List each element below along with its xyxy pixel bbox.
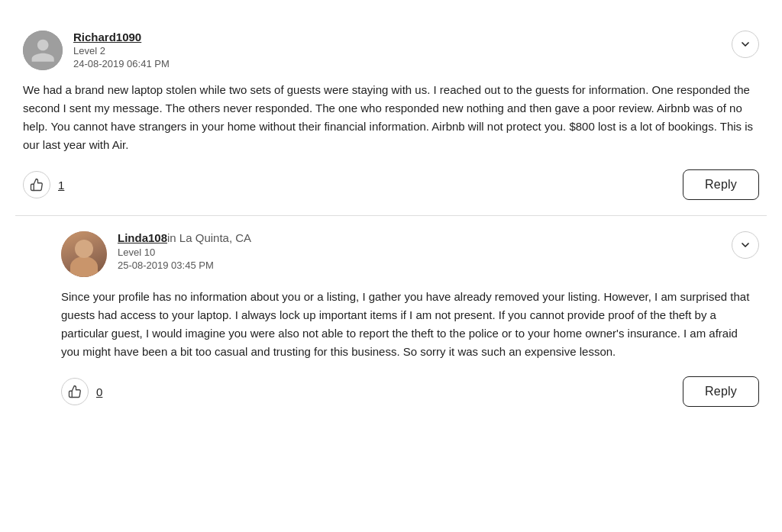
post-2-header-left: Linda108in La Quinta, CA Level 10 25-08-… bbox=[61, 231, 251, 277]
post-1-body: We had a brand new laptop stolen while t… bbox=[23, 81, 759, 154]
post-2-date: 25-08-2019 03:45 PM bbox=[118, 260, 251, 271]
post-2-header: Linda108in La Quinta, CA Level 10 25-08-… bbox=[61, 231, 759, 277]
post-2-level: Level 10 bbox=[118, 247, 251, 258]
post-2-avatar bbox=[61, 231, 107, 277]
post-1-header: Richard1090 Level 2 24-08-2019 06:41 PM bbox=[23, 31, 759, 70]
chevron-down-icon bbox=[739, 38, 751, 50]
post-2-body: Since your profile has no information ab… bbox=[61, 288, 759, 361]
post-2-like-button[interactable] bbox=[61, 378, 89, 405]
thumbs-up-icon-2 bbox=[68, 385, 82, 398]
post-1: Richard1090 Level 2 24-08-2019 06:41 PM … bbox=[15, 15, 767, 216]
post-2-footer: 0 Reply bbox=[61, 376, 759, 407]
avatar-placeholder-icon bbox=[23, 31, 63, 70]
post-2-like-section: 0 bbox=[61, 378, 102, 405]
thumbs-up-icon bbox=[30, 178, 44, 192]
post-2-username[interactable]: Linda108 bbox=[118, 231, 167, 244]
post-2-like-count[interactable]: 0 bbox=[96, 385, 102, 398]
post-1-level: Level 2 bbox=[73, 45, 170, 56]
post-2-location: in La Quinta, CA bbox=[167, 231, 251, 244]
post-1-date: 24-08-2019 06:41 PM bbox=[73, 58, 170, 69]
post-2: Linda108in La Quinta, CA Level 10 25-08-… bbox=[15, 216, 767, 422]
post-1-like-count[interactable]: 1 bbox=[58, 179, 64, 192]
post-1-user-info: Richard1090 Level 2 24-08-2019 06:41 PM bbox=[73, 31, 170, 69]
post-1-like-section: 1 bbox=[23, 171, 64, 198]
post-2-user-info: Linda108in La Quinta, CA Level 10 25-08-… bbox=[118, 231, 251, 271]
user-icon bbox=[29, 37, 57, 64]
post-1-collapse-button[interactable] bbox=[732, 31, 759, 58]
post-1-reply-button[interactable]: Reply bbox=[683, 169, 759, 200]
post-1-avatar bbox=[23, 31, 63, 70]
post-1-footer: 1 Reply bbox=[23, 169, 759, 200]
avatar-reply-image bbox=[61, 231, 107, 277]
chevron-down-icon-2 bbox=[739, 239, 751, 251]
post-2-reply-button[interactable]: Reply bbox=[683, 376, 759, 407]
post-2-collapse-button[interactable] bbox=[732, 231, 759, 259]
post-1-header-left: Richard1090 Level 2 24-08-2019 06:41 PM bbox=[23, 31, 170, 70]
post-2-username-line: Linda108in La Quinta, CA bbox=[118, 231, 251, 245]
post-1-like-button[interactable] bbox=[23, 171, 50, 198]
post-1-username[interactable]: Richard1090 bbox=[73, 31, 170, 44]
